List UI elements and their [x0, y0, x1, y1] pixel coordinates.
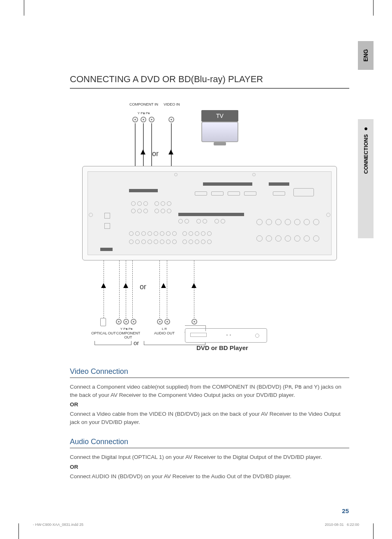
video-p1: Connect a Component video cable(not supp…: [70, 383, 349, 399]
tv-stand-icon: [214, 142, 226, 145]
player-icon: [185, 328, 267, 343]
arrow-up-icon: [141, 150, 145, 154]
rca-jack: [168, 117, 174, 122]
component-out-label: COMPONENT OUT: [114, 331, 142, 339]
page-title: CONNECTING A DVD OR BD(Blu-ray) PLAYER: [70, 74, 349, 89]
page-number: 25: [342, 507, 349, 514]
component-out-sub: Y Pʙ Pʀ: [114, 327, 139, 331]
optical-out-label: OPTICAL OUT: [91, 331, 116, 335]
av-receiver-diagram: [82, 166, 337, 260]
arrow-up-icon: [101, 283, 106, 288]
tv-icon: [201, 122, 238, 142]
audio-or: OR: [70, 464, 349, 470]
arrow-up-icon: [161, 283, 166, 288]
audio-connection-heading: Audio Connection: [70, 438, 349, 448]
arrow-up-icon: [168, 150, 173, 154]
tv-label: TV: [201, 110, 238, 122]
audio-p1: Connect the Digital Input (OPTICAL 1) on…: [70, 453, 349, 461]
audio-p2: Connect AUDIO IN (BD/DVD) on your AV Rec…: [70, 472, 349, 481]
component-in-sub: Y Pʙ Pʀ: [129, 112, 158, 115]
or-label: or: [152, 150, 159, 158]
audio-out-label: AUDIO OUT: [152, 331, 177, 335]
arrow-up-icon: [191, 283, 196, 288]
rca-jack: [132, 117, 138, 122]
video-connection-heading: Video Connection: [70, 367, 349, 378]
footer-filename: - HW-C900-XAA_0831.indd 25: [33, 523, 83, 527]
video-or: OR: [70, 401, 349, 408]
footer-timestamp: 2010-08-31 6:22:00: [325, 523, 359, 527]
audio-out-sub: L R: [154, 327, 175, 331]
rca-jack: [149, 117, 154, 122]
connection-diagram: COMPONENT IN Y Pʙ Pʀ VIDEO IN TV or: [70, 100, 349, 355]
video-p2: Connect a Video cable from the VIDEO IN …: [70, 410, 349, 426]
or-label: or: [140, 283, 146, 291]
component-in-label: COMPONENT IN: [129, 103, 158, 107]
rca-jack: [141, 117, 146, 122]
video-in-label: VIDEO IN: [164, 103, 180, 107]
arrow-up-icon: [123, 283, 128, 288]
or-label: or: [134, 339, 139, 346]
device-label: DVD or BD Player: [196, 344, 248, 351]
